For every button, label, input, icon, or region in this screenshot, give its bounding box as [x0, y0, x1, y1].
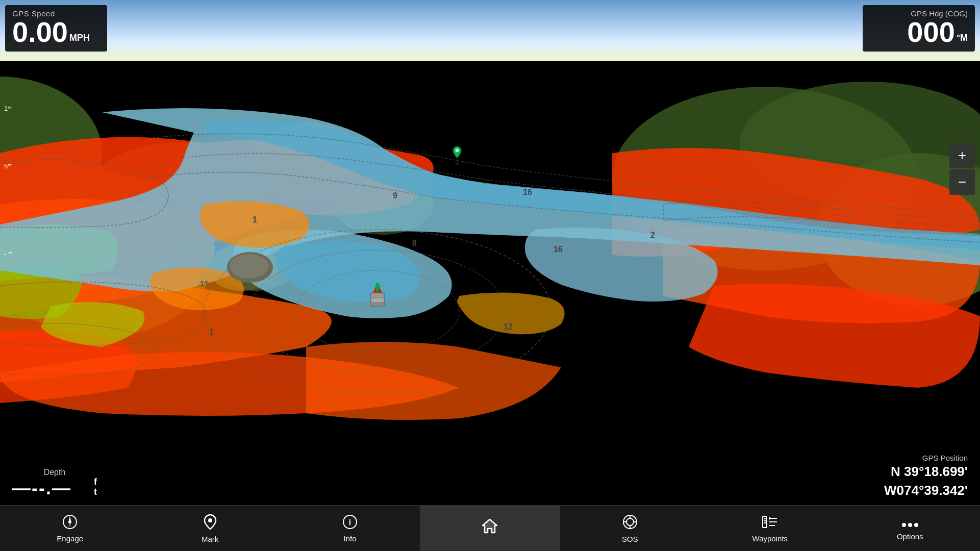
svg-point-50 [908, 523, 912, 527]
svg-rect-41 [763, 516, 767, 528]
dots-icon [901, 516, 919, 530]
nav-options-label: Options [897, 532, 923, 541]
nav-info[interactable]: i Info [280, 506, 420, 551]
gps-speed-hud: GPS Speed 0.00 MPH [5, 5, 107, 52]
svg-marker-22 [374, 283, 381, 287]
gps-pos-label: GPS Position [852, 454, 968, 462]
svg-marker-48 [769, 517, 772, 520]
nav-waypoints[interactable]: Waypoints [700, 506, 840, 551]
svg-marker-28 [69, 516, 71, 521]
zoom-out-button[interactable]: − [949, 169, 975, 195]
svg-point-30 [208, 518, 212, 522]
gps-hdg-unit: °M [957, 33, 968, 42]
nav-waypoints-label: Waypoints [752, 534, 788, 543]
gps-speed-unit: MPH [69, 33, 90, 42]
svg-point-49 [902, 523, 906, 527]
svg-point-36 [626, 518, 634, 525]
depth-number-01m: .1ᵐ [198, 280, 209, 288]
gps-lat: N 39°18.699' [852, 462, 968, 481]
svg-text:i: i [349, 518, 351, 527]
home-icon [482, 518, 498, 536]
boat-icon [365, 283, 390, 314]
zoom-in-button[interactable]: + [949, 143, 975, 168]
nav-mark-label: Mark [202, 535, 218, 543]
nav-engage[interactable]: Engage [0, 506, 140, 551]
depth-number-16a: 16 [523, 188, 532, 197]
svg-rect-44 [764, 522, 766, 523]
depth-number-8: 8 [412, 239, 417, 248]
svg-rect-42 [764, 518, 766, 519]
depth-hud: Depth —--.— f t [5, 463, 107, 505]
terrain-map [0, 0, 980, 505]
lifering-icon [622, 514, 638, 533]
svg-rect-43 [764, 520, 766, 521]
waypoint-marker[interactable] [451, 145, 463, 166]
nav-info-label: Info [344, 534, 357, 543]
map-container[interactable]: 9 16 8 16 12 1 1 2 .1ᵐ 1ᵐ 5ᵐ - ᵐ [0, 0, 980, 505]
svg-marker-34 [483, 519, 497, 533]
svg-point-23 [455, 148, 459, 152]
svg-rect-18 [371, 298, 384, 302]
nav-sos[interactable]: SOS [560, 506, 700, 551]
nav-engage-label: Engage [57, 534, 83, 543]
depth-unit: f t [94, 477, 97, 497]
svg-point-15 [230, 254, 268, 279]
svg-rect-19 [371, 303, 384, 306]
zoom-controls: + − [949, 143, 975, 195]
depth-number-9: 9 [393, 191, 397, 201]
nav-options[interactable]: Options [840, 506, 980, 551]
scale-bottom: - ᵐ [4, 250, 12, 258]
nav-sos-label: SOS [622, 535, 638, 543]
depth-number-2: 2 [650, 231, 655, 240]
gps-hdg-value: 000 °M [870, 18, 968, 46]
depth-number-1b: 1 [209, 328, 214, 337]
nav-bar: Engage Mark i Info [0, 505, 980, 551]
pin-icon [203, 514, 217, 533]
info-icon: i [342, 514, 358, 532]
gps-position-hud: GPS Position N 39°18.699' W074°39.342' [842, 448, 975, 505]
depth-dashes: —--.— [12, 478, 71, 499]
svg-point-51 [914, 523, 918, 527]
depth-number-1a: 1 [253, 215, 257, 224]
scale-1m: 1ᵐ [4, 105, 12, 112]
waypoints-icon [762, 514, 778, 532]
gps-lon: W074°39.342' [852, 481, 968, 499]
nav-mark[interactable]: Mark [140, 506, 280, 551]
depth-label: Depth [12, 468, 97, 477]
svg-point-25 [455, 163, 460, 165]
nav-home[interactable] [420, 506, 560, 551]
svg-marker-29 [69, 523, 71, 528]
gps-hdg-hud: GPS Hdg (COG) 000 °M [863, 5, 975, 52]
depth-number-12: 12 [504, 322, 513, 332]
depth-value-container: —--.— f t [12, 477, 97, 499]
gps-speed-value: 0.00 MPH [12, 18, 100, 46]
svg-rect-17 [371, 293, 384, 297]
depth-number-16b: 16 [554, 245, 563, 254]
compass-icon [62, 514, 78, 532]
scale-5m: 5ᵐ [4, 162, 12, 170]
svg-point-27 [68, 520, 71, 523]
